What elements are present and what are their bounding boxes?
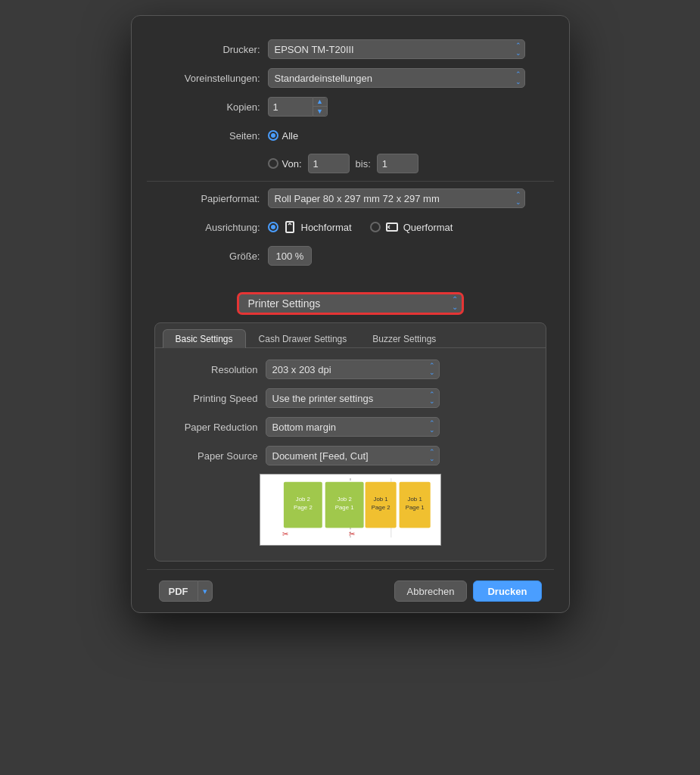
resolution-select[interactable]: 203 x 203 dpi 300 x 300 dpi bbox=[266, 359, 440, 379]
pdf-button-wrapper: PDF ▾ bbox=[159, 580, 213, 602]
voreinstellungen-row: Voreinstellungen: Standardeinstellungen bbox=[147, 67, 554, 89]
print-form: Drucker: EPSON TM-T20III Voreinstellunge… bbox=[147, 31, 554, 282]
kopien-decrement-button[interactable]: ▼ bbox=[313, 107, 327, 116]
grosse-value: 100 % bbox=[268, 246, 313, 266]
svg-text:Page 1: Page 1 bbox=[405, 504, 424, 511]
ausrichtung-row: Ausrichtung: Hochformat bbox=[147, 216, 554, 238]
voreinstellungen-control: Standardeinstellungen bbox=[268, 68, 554, 88]
printer-settings-select[interactable]: Printer Settings bbox=[237, 292, 464, 315]
seiten-range-radio[interactable]: Von: bbox=[268, 158, 302, 170]
seiten-von-input[interactable]: 1 bbox=[308, 154, 350, 173]
action-buttons: Abbrechen Drucken bbox=[394, 580, 542, 602]
resolution-row: Resolution 203 x 203 dpi 300 x 300 dpi ⌃… bbox=[167, 359, 534, 380]
svg-text:Page 1: Page 1 bbox=[334, 504, 353, 511]
paper-source-label: Paper Source bbox=[167, 450, 266, 462]
seiten-von-label: Von: bbox=[282, 158, 302, 170]
svg-text:✂: ✂ bbox=[349, 530, 355, 538]
paper-reduction-select[interactable]: Bottom margin No reduction bbox=[266, 417, 440, 437]
seiten-range-radio-dot bbox=[268, 158, 278, 169]
paper-reduction-label: Paper Reduction bbox=[167, 422, 266, 433]
drucker-control: EPSON TM-T20III bbox=[268, 39, 554, 59]
tab-buzzer-settings[interactable]: Buzzer Settings bbox=[359, 329, 449, 348]
querformat-label: Querformat bbox=[403, 222, 453, 233]
seiten-alle-control: Alle bbox=[268, 130, 554, 142]
resolution-select-wrapper: 203 x 203 dpi 300 x 300 dpi ⌃ ⌄ bbox=[266, 359, 440, 379]
printing-speed-row: Printing Speed Use the printer settings … bbox=[167, 388, 534, 409]
ausrichtung-control: Hochformat Querformat bbox=[268, 219, 554, 235]
querformat-icon bbox=[384, 219, 400, 235]
document-preview-svg: Job 2 Page 2 Job 2 Page 1 ✂ ✂ Job 1 bbox=[260, 475, 440, 545]
printing-speed-label: Printing Speed bbox=[167, 393, 266, 404]
kopien-spinner-buttons: ▲ ▼ bbox=[313, 97, 328, 117]
bottom-bar: PDF ▾ Abbrechen Drucken bbox=[147, 569, 554, 612]
hochformat-label: Hochformat bbox=[301, 222, 352, 233]
svg-text:Job 2: Job 2 bbox=[337, 496, 351, 503]
svg-text:Job 1: Job 1 bbox=[373, 496, 387, 503]
basic-settings-content: Resolution 203 x 203 dpi 300 x 300 dpi ⌃… bbox=[155, 348, 546, 553]
papierformat-select-wrapper: Roll Paper 80 x 297 mm 72 x 297 mm bbox=[268, 188, 525, 208]
papierformat-row: Papierformat: Roll Paper 80 x 297 mm 72 … bbox=[147, 188, 554, 209]
cancel-button[interactable]: Abbrechen bbox=[394, 580, 468, 602]
voreinstellungen-select[interactable]: Standardeinstellungen bbox=[268, 68, 525, 88]
papierformat-label: Papierformat: bbox=[147, 193, 268, 204]
print-dialog: Drucker: EPSON TM-T20III Voreinstellunge… bbox=[131, 15, 570, 613]
svg-text:Job 1: Job 1 bbox=[407, 496, 422, 503]
preview-container: Job 2 Page 2 Job 2 Page 1 ✂ ✂ Job 1 bbox=[260, 474, 441, 546]
print-button[interactable]: Drucken bbox=[473, 580, 541, 602]
svg-text:Job 2: Job 2 bbox=[295, 496, 310, 503]
kopien-input[interactable]: 1 bbox=[268, 97, 313, 117]
drucker-select-wrapper: EPSON TM-T20III bbox=[268, 39, 525, 59]
seiten-alle-label: Alle bbox=[282, 130, 299, 142]
portrait-svg-icon bbox=[285, 221, 294, 233]
landscape-svg-icon bbox=[386, 223, 398, 232]
voreinstellungen-label: Voreinstellungen: bbox=[147, 73, 268, 84]
kopien-row: Kopien: 1 ▲ ▼ bbox=[147, 96, 554, 117]
querformat-radio[interactable]: Querformat bbox=[370, 219, 453, 235]
pdf-button[interactable]: PDF bbox=[159, 580, 198, 602]
pdf-dropdown-button[interactable]: ▾ bbox=[198, 580, 213, 602]
paper-source-select[interactable]: Document [Feed, Cut] Document [Feed] Doc… bbox=[266, 446, 440, 465]
seiten-bis-input[interactable]: 1 bbox=[377, 154, 418, 173]
kopien-spinner: 1 ▲ ▼ bbox=[268, 97, 328, 117]
separator-1 bbox=[147, 181, 554, 182]
grosse-control: 100 % bbox=[268, 246, 554, 266]
seiten-range-row: Von: 1 bis: 1 bbox=[147, 154, 554, 173]
paper-reduction-select-wrapper: Bottom margin No reduction ⌃ ⌄ bbox=[266, 417, 440, 437]
ausrichtung-label: Ausrichtung: bbox=[147, 222, 268, 233]
seiten-range-control: Von: 1 bis: 1 bbox=[268, 154, 418, 173]
hochformat-radio-dot bbox=[268, 222, 278, 232]
tabs-header: Basic Settings Cash Drawer Settings Buzz… bbox=[155, 323, 546, 348]
settings-tabs-panel: Basic Settings Cash Drawer Settings Buzz… bbox=[154, 322, 546, 562]
document-preview: Job 2 Page 2 Job 2 Page 1 ✂ ✂ Job 1 bbox=[167, 474, 534, 546]
printing-speed-select[interactable]: Use the printer settings Low Medium High bbox=[266, 388, 440, 408]
printer-settings-select-wrapper: Printer Settings ⌃ ⌄ bbox=[237, 292, 464, 315]
grosse-row: Größe: 100 % bbox=[147, 245, 554, 266]
printer-settings-section: Printer Settings ⌃ ⌄ bbox=[147, 292, 554, 315]
resolution-label: Resolution bbox=[167, 364, 266, 375]
kopien-control: 1 ▲ ▼ bbox=[268, 97, 554, 117]
kopien-increment-button[interactable]: ▲ bbox=[313, 98, 327, 107]
svg-text:Page 2: Page 2 bbox=[371, 504, 390, 511]
paper-source-select-wrapper: Document [Feed, Cut] Document [Feed] Doc… bbox=[266, 446, 440, 465]
drucker-label: Drucker: bbox=[147, 44, 268, 55]
voreinstellungen-select-wrapper: Standardeinstellungen bbox=[268, 68, 525, 88]
tab-cash-drawer-settings[interactable]: Cash Drawer Settings bbox=[246, 329, 360, 348]
drucker-row: Drucker: EPSON TM-T20III bbox=[147, 39, 554, 60]
grosse-label: Größe: bbox=[147, 251, 268, 262]
hochformat-icon bbox=[282, 219, 297, 235]
seiten-alle-radio[interactable]: Alle bbox=[268, 130, 299, 142]
paper-source-row: Paper Source Document [Feed, Cut] Docume… bbox=[167, 445, 534, 466]
hochformat-radio[interactable]: Hochformat bbox=[268, 219, 352, 235]
svg-text:Page 2: Page 2 bbox=[293, 504, 312, 511]
paper-reduction-row: Paper Reduction Bottom margin No reducti… bbox=[167, 416, 534, 437]
tab-basic-settings[interactable]: Basic Settings bbox=[163, 329, 246, 348]
seiten-alle-radio-dot bbox=[268, 130, 278, 141]
querformat-radio-dot bbox=[370, 222, 381, 232]
kopien-label: Kopien: bbox=[147, 101, 268, 113]
papierformat-select[interactable]: Roll Paper 80 x 297 mm 72 x 297 mm bbox=[268, 188, 525, 208]
drucker-select[interactable]: EPSON TM-T20III bbox=[268, 39, 525, 59]
svg-text:✂: ✂ bbox=[282, 530, 288, 538]
seiten-bis-label: bis: bbox=[356, 158, 371, 170]
papierformat-control: Roll Paper 80 x 297 mm 72 x 297 mm bbox=[268, 188, 554, 208]
seiten-label: Seiten: bbox=[147, 130, 268, 142]
